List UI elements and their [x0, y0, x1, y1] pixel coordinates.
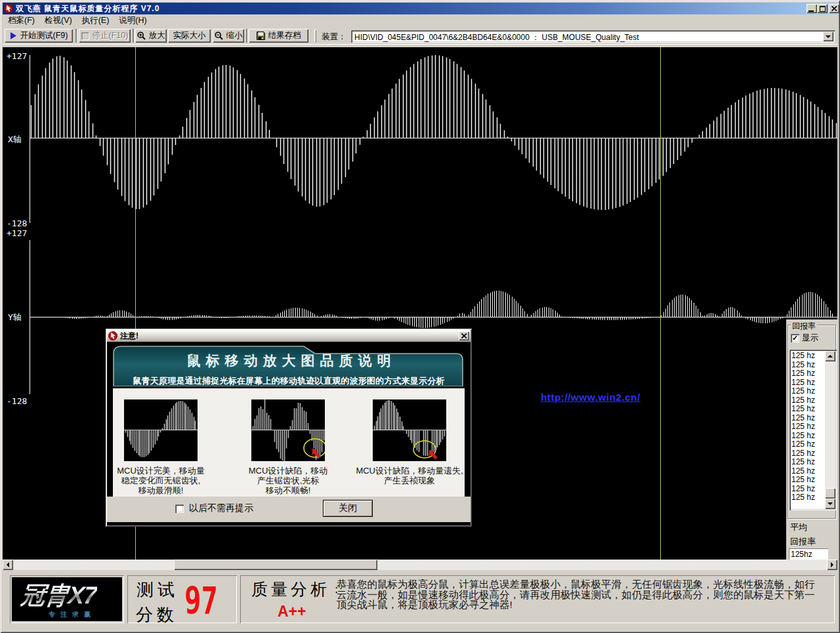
- maximize-icon: [820, 6, 826, 12]
- report-rate-item[interactable]: 125 hz: [791, 396, 825, 405]
- score-label-line2: 分数: [136, 603, 178, 626]
- device-combobox[interactable]: HID\VID_045E&PID_0047\6&2B4BD64E&0&0000 …: [351, 30, 835, 43]
- start-test-button[interactable]: 开始测试(F9): [5, 29, 73, 43]
- report-rate-item[interactable]: 125 hz: [791, 493, 825, 502]
- stop-icon: [81, 32, 89, 40]
- dialog-header: 鼠标移动放大图品质说明 鼠青天原理是通过捕捉光标在屏幕上的移动轨迹以直观的波形图…: [113, 345, 465, 386]
- scroll-left-button[interactable]: [3, 560, 13, 570]
- dont-show-again-checkbox[interactable]: [175, 504, 184, 513]
- toolbar-grip: [314, 30, 316, 42]
- report-rate-item[interactable]: 125 hz: [791, 361, 825, 370]
- zoom-out-button[interactable]: 缩小: [213, 29, 244, 43]
- dialog-heading: 鼠标移动放大图品质说明: [113, 352, 465, 370]
- title-bar: 双飞燕 鼠青天鼠标质量分析程序 V7.0: [3, 3, 837, 14]
- scroll-down-button[interactable]: [825, 499, 835, 509]
- dialog-close-action-button[interactable]: 关闭: [323, 500, 373, 517]
- analysis-panel: 质量分析 ： A++ 恭喜您的鼠标为极高分鼠，计算出总误差量极极小，鼠标极平滑，…: [240, 575, 835, 623]
- x-axis-name-label: X轴: [8, 135, 22, 144]
- y-waveform-bars: [62, 291, 833, 328]
- report-rate-group-label: 回报率: [791, 321, 817, 332]
- brand-logo-slogan: 专注求赢: [49, 610, 96, 619]
- toolbar-separator: [133, 29, 134, 43]
- report-rate-item[interactable]: 125 hz: [791, 467, 825, 476]
- report-rate-panel: 回报率 ✓ 显示 125 hz125 hz125 hz125 hz125 hz1…: [786, 319, 837, 560]
- report-rate-item[interactable]: 125 hz: [791, 414, 825, 423]
- dialog-close-button[interactable]: [459, 331, 469, 340]
- brand-logo-text: 冠胄X7: [20, 583, 98, 607]
- report-rate-item[interactable]: 125 hz: [791, 458, 825, 467]
- menu-bar: 档案(F) 检视(V) 执行(E) 说明(H): [3, 14, 837, 27]
- score-panel: 测试 分数 97: [127, 575, 237, 623]
- close-icon: [461, 333, 467, 338]
- stop-button[interactable]: 停止(F10): [79, 29, 131, 43]
- analysis-line: 云流水一般，如是慢速移动得此极高分，请再改用极快速测试，如仍是得此极高分，则您的…: [337, 590, 835, 600]
- report-rate-item[interactable]: 125 hz: [791, 422, 825, 432]
- dialog-title: 注意!: [120, 331, 138, 342]
- analysis-label: 质量分析: [251, 579, 330, 600]
- average-label-line2: 回报率: [790, 536, 816, 548]
- report-rate-item[interactable]: 125 hz: [791, 405, 825, 414]
- toolbar-separator: [75, 29, 77, 43]
- average-label-line1: 平均: [790, 521, 807, 533]
- brand-logo: 冠胄X7 专注求赢: [12, 577, 122, 621]
- report-rate-item[interactable]: 125 hz: [791, 352, 825, 361]
- y-axis-max-label: +127: [7, 229, 27, 238]
- scrollbar-thumb[interactable]: [825, 488, 835, 499]
- horizontal-scrollbar[interactable]: [3, 560, 837, 570]
- dialog-title-bar: 注意!: [107, 330, 471, 342]
- zoom-in-button[interactable]: 放大: [135, 29, 167, 43]
- menu-help[interactable]: 说明(H): [119, 15, 146, 26]
- score-value: 97: [184, 582, 218, 620]
- combo-dropdown-button[interactable]: [823, 31, 833, 41]
- zoom-in-icon: [137, 31, 146, 40]
- report-rate-item[interactable]: 125 hz: [791, 485, 825, 494]
- report-rate-item[interactable]: 125 hz: [791, 476, 825, 485]
- report-rate-item[interactable]: 125 hz: [791, 369, 825, 378]
- menu-run[interactable]: 执行(E): [82, 15, 110, 26]
- thumbnail-jagged: [251, 399, 325, 461]
- minimize-button[interactable]: [807, 4, 817, 13]
- report-rate-item[interactable]: 125 hz: [791, 440, 825, 449]
- dialog-icon: [108, 331, 117, 340]
- dialog-content: MCU设计完美，移动量 稳定变化而无锯齿状, 移动最滑顺! MCU设计缺陷，移动…: [113, 388, 465, 497]
- x-axis-max-label: +127: [7, 52, 27, 61]
- scrollbar-thumb[interactable]: [174, 560, 377, 570]
- average-rate-field[interactable]: 125hz: [789, 548, 828, 560]
- device-label: 装置：: [322, 31, 346, 43]
- maximize-button[interactable]: [817, 4, 828, 13]
- thumbnail-perfect: [124, 399, 198, 461]
- analysis-line: 恭喜您的鼠标为极高分鼠，计算出总误差量极极小，鼠标极平滑，无任何锯齿现象，光标线…: [337, 579, 835, 590]
- website-link[interactable]: http://www.win2.cn/: [541, 392, 640, 403]
- arrow-down-icon: [828, 502, 833, 505]
- x-waveform-bars: [32, 55, 837, 210]
- report-rate-listbox[interactable]: 125 hz125 hz125 hz125 hz125 hz125 hz125 …: [789, 350, 837, 510]
- dont-show-again-label: 以后不需再提示: [189, 502, 253, 514]
- toolbar-button-label: 缩小: [226, 30, 243, 41]
- report-rate-item[interactable]: 125 hz: [791, 449, 825, 459]
- arrow-right-icon: [831, 562, 833, 567]
- menu-file[interactable]: 档案(F): [8, 15, 35, 26]
- analysis-line: 顶尖战斗鼠，将是顶极玩家必寻之神器!: [337, 600, 835, 610]
- save-results-button[interactable]: 结果存档: [249, 29, 308, 43]
- arrow-left-icon: [7, 562, 9, 567]
- check-icon: ✓: [792, 335, 798, 342]
- thumbnail-waveform-bars: [375, 400, 445, 456]
- report-rate-item[interactable]: 125 hz: [791, 387, 825, 396]
- zoom-out-icon: [215, 31, 223, 40]
- toolbar-edge: [3, 44, 837, 45]
- menu-view[interactable]: 检视(V): [45, 15, 72, 26]
- toolbar-separator: [246, 29, 247, 43]
- toolbar-button-label: 实际大小: [173, 30, 206, 41]
- scroll-up-button[interactable]: [825, 351, 835, 361]
- close-button[interactable]: [829, 4, 839, 13]
- thumbnail-caption: MCU设计缺陷，移动量遗失, 产生丢祯现象: [354, 466, 465, 485]
- toolbar: 开始测试(F9) 停止(F10) 放大 实际大小 缩小: [3, 27, 837, 47]
- report-rate-item[interactable]: 125 hz: [791, 378, 825, 388]
- scroll-right-button[interactable]: [827, 560, 837, 570]
- report-rate-item[interactable]: 125 hz: [791, 432, 825, 441]
- play-icon: [10, 32, 17, 39]
- actual-size-button[interactable]: 实际大小: [168, 29, 211, 43]
- listbox-scrollbar[interactable]: [825, 351, 835, 509]
- app-window: 双飞燕 鼠青天鼠标质量分析程序 V7.0 档案(F) 检视(V) 执行(E) 说…: [0, 0, 840, 633]
- show-checkbox[interactable]: ✓: [791, 334, 799, 342]
